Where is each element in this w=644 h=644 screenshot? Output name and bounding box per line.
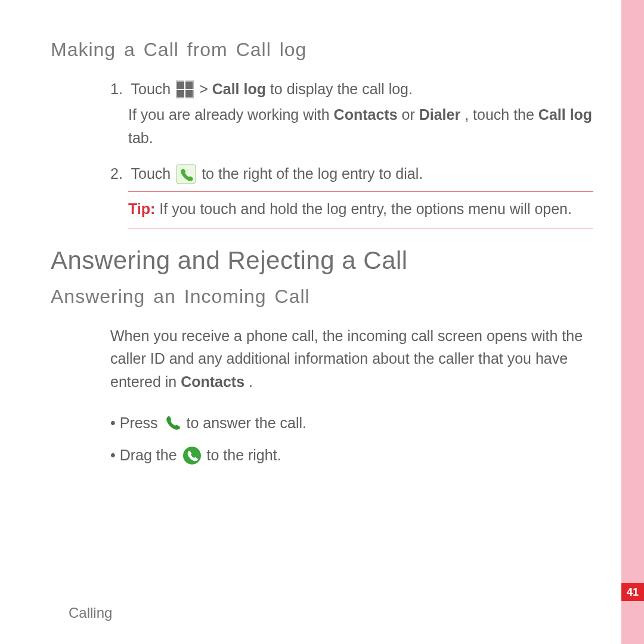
tip-box: Tip: If you touch and hold the log entry… <box>128 191 593 228</box>
section-title-call-log: Making a Call from Call log <box>51 39 593 61</box>
step-1-text-b: > <box>199 80 212 97</box>
side-strip <box>621 0 644 644</box>
para-bold: Contacts <box>181 373 244 390</box>
bullet-2: Drag the to the right. <box>110 442 593 468</box>
step-1-number: 1. <box>110 78 127 101</box>
step-1-sub-bold2: Dialer <box>419 106 460 123</box>
step-1: 1. Touch > Call log to display the call … <box>110 78 593 101</box>
page-content: Making a Call from Call log 1. Touch > C… <box>51 39 593 475</box>
svg-rect-4 <box>177 165 196 184</box>
step-1-sub-a: If you are already working with <box>128 106 334 123</box>
footer-chapter: Calling <box>69 605 112 621</box>
call-answer-icon <box>163 414 181 432</box>
page-number-badge: 41 <box>621 583 644 601</box>
step-1-sub-c: , touch the <box>465 106 538 123</box>
step-2-number: 2. <box>110 162 127 185</box>
call-button-icon <box>176 164 196 184</box>
bullet-2-b: to the right. <box>207 447 281 463</box>
step-1-text-a: Touch <box>131 80 175 97</box>
heading-answering-rejecting: Answering and Rejecting a Call <box>51 246 593 275</box>
step-1-sub-bold1: Contacts <box>334 106 398 123</box>
step-1-bold: Call log <box>212 80 266 97</box>
bullet-2-a: Drag the <box>110 447 181 463</box>
step-1-text-c: to display the call log. <box>270 80 413 97</box>
call-drag-circle-icon <box>182 446 202 465</box>
step-2-text-a: Touch <box>131 165 175 182</box>
step-1-sub-d: tab. <box>128 129 153 146</box>
bullet-1-b: to answer the call. <box>187 414 307 431</box>
bullet-1: Press to answer the call. <box>110 410 593 436</box>
svg-point-5 <box>183 447 201 465</box>
incoming-call-paragraph: When you receive a phone call, the incom… <box>110 324 593 394</box>
step-2: 2. Touch to the right of the log entry t… <box>110 162 593 185</box>
tip-label: Tip: <box>128 200 159 217</box>
apps-grid-icon <box>176 80 194 98</box>
para-b: . <box>249 373 253 390</box>
step-1-sub-b: or <box>402 106 419 123</box>
subheading-answering-incoming: Answering an Incoming Call <box>51 286 593 308</box>
step-1-sub: If you are already working with Contacts… <box>128 103 593 150</box>
step-2-text-b: to the right of the log entry to dial. <box>202 165 423 182</box>
tip-text: If you touch and hold the log entry, the… <box>159 200 572 217</box>
step-1-sub-bold3: Call log <box>538 106 592 123</box>
bullet-1-a: Press <box>110 414 162 431</box>
